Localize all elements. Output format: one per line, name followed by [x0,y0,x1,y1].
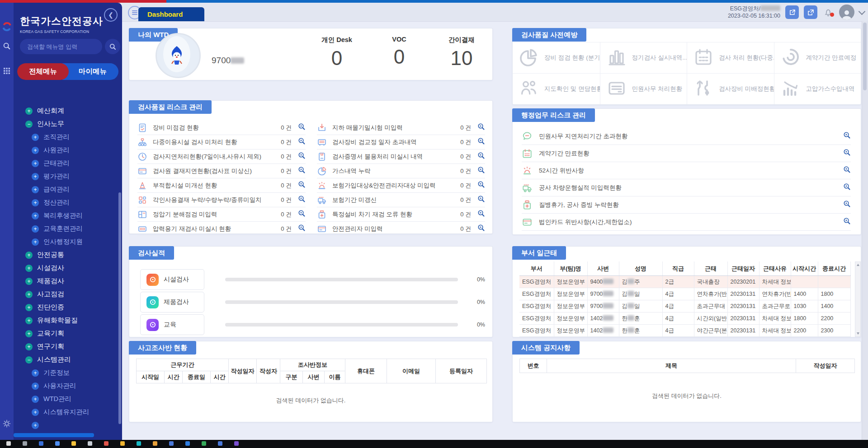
scroll-down-icon[interactable] [857,332,859,335]
zoom-icon[interactable] [477,210,485,219]
zoom-icon[interactable] [298,224,306,233]
menu-grid-icon[interactable] [2,66,12,76]
expand-icon[interactable]: + [32,383,39,390]
risk-item[interactable]: 검사장비 검교정 일자 초과내역 0 건 [317,135,485,149]
expand-icon[interactable]: + [25,107,33,115]
taskbar-app-icon[interactable] [23,441,27,446]
risk-item[interactable]: 각인사용결재 누락/수량누락/종류미일치 0 건 [137,193,306,207]
sidebar-item-인사노무[interactable]: − 인사노무 [0,117,118,131]
admin-risk-item[interactable]: 민원사무 지연처리기간 초과현황 [522,128,851,145]
zoom-icon[interactable] [298,181,306,190]
zoom-icon[interactable] [477,123,485,132]
expand-icon[interactable]: + [32,199,39,206]
kgs-logo-icon[interactable] [2,22,12,32]
expand-icon[interactable]: + [25,330,33,337]
zoom-icon[interactable] [843,217,851,227]
table-row[interactable]: ESG경영처정보운영부1402한훈4급연차휴가20230202연차휴가 [519,337,850,337]
table-row[interactable]: ESG경영처정보운영부9700김일4급연차휴가(반20230131연차휴가(반1… [519,288,850,300]
taskbar-app-icon[interactable] [104,441,108,446]
zoom-icon[interactable] [843,166,851,175]
zoom-icon[interactable] [298,166,306,176]
prevention-shortcut[interactable]: 검사장비 미배정현황 [687,73,774,104]
sidebar-item-WTD관리[interactable]: + WTD관리 [0,392,118,406]
risk-item[interactable]: 정압기 분해점검 미입력 0 건 [137,207,306,222]
taskbar-app-icon[interactable] [234,441,239,446]
risk-item[interactable]: 특정설비 차기 재검 오류 현황 0 건 [317,207,485,222]
sidebar-item-복리후생관리[interactable]: + 복리후생관리 [0,209,118,222]
prevention-shortcut[interactable]: 지도확인 및 면담현황 [513,73,600,104]
expand-icon[interactable]: + [32,396,39,403]
tab-all-menu[interactable]: 전체메뉴 [17,63,69,80]
expand-icon[interactable]: + [32,160,39,167]
table-scrollbar[interactable] [855,261,861,337]
sidebar-item-시스템유지관리[interactable]: + 시스템유지관리 [0,406,118,419]
zoom-icon[interactable] [477,152,485,161]
windows-taskbar[interactable] [0,440,868,448]
zoom-icon[interactable] [843,200,851,210]
zoom-icon[interactable] [843,131,851,141]
risk-item[interactable]: 다중이용시설 검사 미처리 현황 0 건 [137,135,306,149]
sidebar-item-사원관리[interactable]: + 사원관리 [0,144,118,157]
sidebar-item-기준정보[interactable]: + 기준정보 [0,366,118,379]
zoom-icon[interactable] [477,166,485,176]
risk-item[interactable]: 장비 미점검 현황 0 건 [137,121,306,135]
table-row[interactable]: ESG경영처정보운영부1402한훈4급시간외(일반20230131차세대 정보1… [519,313,850,325]
expand-icon[interactable]: + [32,422,39,429]
taskbar-app-icon[interactable] [153,441,157,446]
prevention-shortcut[interactable]: 계약기간 만료예정 [774,42,861,73]
sidebar-item-안전공통[interactable]: + 안전공통 [0,248,118,261]
sidebar-item-clipped[interactable]: + [0,419,118,432]
scroll-up-icon[interactable] [857,264,859,266]
avatar[interactable] [839,5,854,20]
taskbar-app-icon[interactable] [169,441,174,446]
expand-icon[interactable]: + [32,212,39,219]
sidebar-collapse-button[interactable]: ❮ [104,8,118,22]
sidebar-item-사용자관리[interactable]: + 사용자관리 [0,379,118,392]
search-icon[interactable] [2,41,12,51]
prevention-shortcut[interactable]: 장비 점검 현황 (분기) [513,42,600,73]
zoom-icon[interactable] [298,210,306,219]
collapse-icon[interactable]: − [25,121,33,128]
taskbar-app-icon[interactable] [218,441,222,446]
prevention-shortcut[interactable]: 고압가스수입내역 [774,73,861,104]
stat-quick-approval[interactable]: 간이결재 10 [443,36,481,70]
risk-item[interactable]: 보험가입대상&안전관리자대상 미입력 0 건 [317,178,485,193]
zoom-icon[interactable] [298,152,306,161]
performance-category-button[interactable]: 교육 [140,314,204,335]
open-window-button[interactable] [785,5,799,19]
table-row[interactable]: ESG경영처정보운영부9700김일4급초과근무대20230131초과근무로103… [519,300,850,313]
performance-category-button[interactable]: 시설검사 [140,269,204,290]
sidebar-horizontal-scrollbar[interactable] [14,433,94,437]
expand-icon[interactable]: + [25,343,33,350]
zoom-icon[interactable] [298,137,306,147]
risk-item[interactable]: 지하 매몰기밀시험 미입력 0 건 [317,121,485,135]
expand-icon[interactable]: + [25,252,33,259]
taskbar-app-icon[interactable] [39,441,43,446]
risk-item[interactable]: 안전관리자 미입력 0 건 [317,222,485,236]
taskbar-app-icon[interactable] [137,441,141,446]
zoom-icon[interactable] [843,183,851,192]
notifications-bell-icon[interactable] [822,6,834,18]
prevention-shortcut[interactable]: 민원사무 처리현황 [600,73,687,104]
taskbar-app-icon[interactable] [71,441,76,446]
sidebar-item-사고점검[interactable]: + 사고점검 [0,288,118,301]
expand-icon[interactable]: + [32,369,39,377]
sidebar-item-교육기획[interactable]: + 교육기획 [0,327,118,340]
sidebar-item-예산회계[interactable]: + 예산회계 [0,104,118,117]
expand-icon[interactable]: + [32,173,39,180]
taskbar-app-icon[interactable] [120,441,125,446]
taskbar-app-icon[interactable] [88,441,92,446]
prevention-shortcut[interactable]: 정기검사 실시내역... [600,42,687,73]
risk-item[interactable]: 가스내역 누락 0 건 [317,164,485,178]
main-vertical-scrollbar[interactable] [862,21,868,441]
sidebar-item-진단인증[interactable]: + 진단인증 [0,301,118,314]
expand-icon[interactable]: + [25,291,33,298]
admin-risk-item[interactable]: 계약기간 만료현황 [522,145,851,162]
risk-item[interactable]: 검사증명서 불용처리 미실시 내역 0 건 [317,149,485,164]
zoom-icon[interactable] [843,149,851,158]
table-row[interactable]: ESG경영처정보운영부1402한훈4급야간근무(본20230131차세대 정보2… [519,325,850,337]
sidebar-item-교육훈련관리[interactable]: + 교육훈련관리 [0,222,118,235]
taskbar-app-icon[interactable] [55,441,60,446]
expand-icon[interactable]: + [32,225,39,233]
expand-icon[interactable]: + [32,186,39,193]
